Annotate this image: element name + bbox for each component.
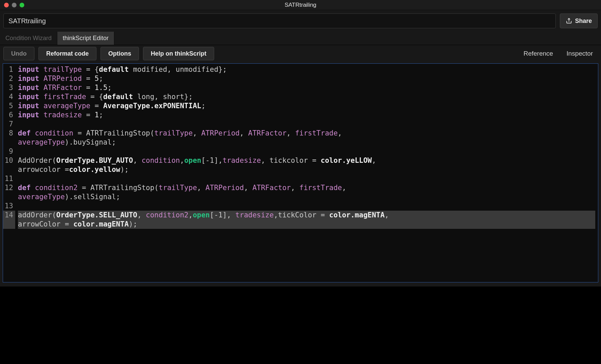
line-number: 12 <box>3 183 15 192</box>
editor-window: SATRtrailing Share Condition Wizard thin… <box>0 0 601 286</box>
code-line: input trailType = {default modified, unm… <box>18 65 595 74</box>
code-editor[interactable]: 1234567891011121314 input trailType = {d… <box>3 63 598 282</box>
close-icon[interactable] <box>4 3 9 7</box>
minimize-icon[interactable] <box>12 3 17 7</box>
code-line: input ATRFactor = 1.5; <box>18 83 595 92</box>
code-line: input averageType = AverageType.exPONENT… <box>18 101 595 111</box>
share-icon <box>566 18 572 24</box>
line-number <box>3 192 15 202</box>
share-button[interactable]: Share <box>560 13 598 28</box>
reference-link[interactable]: Reference <box>519 50 558 57</box>
line-number-gutter: 1234567891011121314 <box>3 64 15 282</box>
line-number <box>3 138 15 147</box>
line-number: 14 <box>3 211 15 220</box>
line-number: 10 <box>3 156 15 165</box>
name-row: Share <box>0 10 601 32</box>
tab-row: Condition Wizard thinkScript Editor <box>0 32 601 45</box>
line-number: 4 <box>3 92 15 101</box>
window-title: SATRtrailing <box>0 2 601 8</box>
code-line: input firstTrade = {default long, short}… <box>18 92 595 101</box>
line-number: 13 <box>3 202 15 211</box>
window-controls <box>0 3 24 7</box>
undo-button[interactable]: Undo <box>3 47 34 60</box>
study-name-input[interactable] <box>3 13 556 28</box>
code-line: arrowColor = color.magENTA); <box>18 220 595 229</box>
line-number <box>3 165 15 174</box>
titlebar: SATRtrailing <box>0 0 601 10</box>
code-line <box>18 120 595 129</box>
code-line <box>18 202 595 211</box>
share-button-label: Share <box>575 18 592 25</box>
line-number: 2 <box>3 74 15 83</box>
tab-thinkscript-editor[interactable]: thinkScript Editor <box>57 32 114 45</box>
toolbar: Undo Reformat code Options Help on think… <box>0 45 601 62</box>
line-number: 8 <box>3 129 15 138</box>
line-number: 7 <box>3 120 15 129</box>
zoom-icon[interactable] <box>20 3 24 7</box>
line-number <box>3 220 15 229</box>
code-line: AddOrder(OrderType.BUY_AUTO, condition,o… <box>18 156 595 165</box>
code-line: averageType).sellSignal; <box>18 192 595 202</box>
code-area[interactable]: input trailType = {default modified, unm… <box>15 64 598 282</box>
tab-condition-wizard[interactable]: Condition Wizard <box>0 32 57 45</box>
code-line: addOrder(OrderType.SELL_AUTO, condition2… <box>18 211 595 220</box>
line-number: 1 <box>3 65 15 74</box>
code-line: input tradesize = 1; <box>18 111 595 120</box>
help-button[interactable]: Help on thinkScript <box>143 47 214 60</box>
code-line <box>18 147 595 156</box>
line-number: 9 <box>3 147 15 156</box>
code-line: input ATRPeriod = 5; <box>18 74 595 83</box>
code-line: arrowcolor =color.yellow); <box>18 165 595 174</box>
inspector-link[interactable]: Inspector <box>562 50 598 57</box>
line-number: 3 <box>3 83 15 92</box>
code-line <box>18 174 595 183</box>
code-line: averageType).buySignal; <box>18 138 595 147</box>
line-number: 11 <box>3 174 15 183</box>
options-button[interactable]: Options <box>101 47 139 60</box>
line-number: 6 <box>3 111 15 120</box>
code-line: def condition2 = ATRTrailingStop(trailTy… <box>18 183 595 192</box>
code-line: def condition = ATRTrailingStop(trailTyp… <box>18 129 595 138</box>
reformat-button[interactable]: Reformat code <box>38 47 96 60</box>
line-number: 5 <box>3 101 15 111</box>
